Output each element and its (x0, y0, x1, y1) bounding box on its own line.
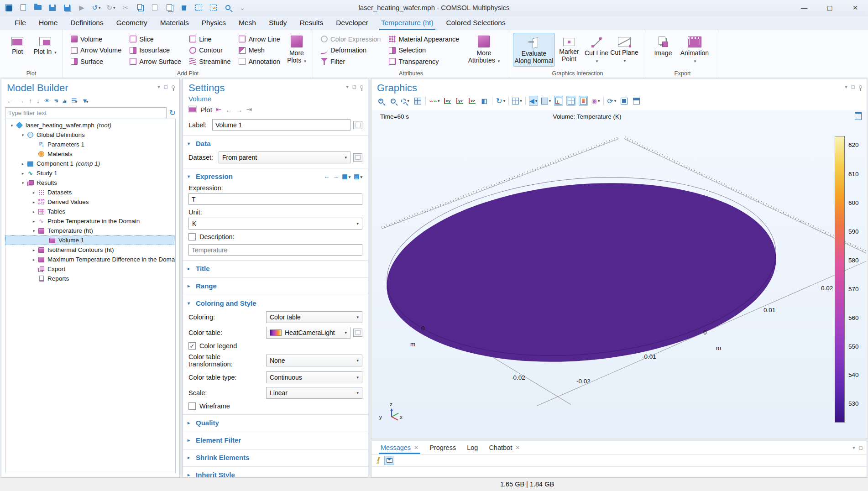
save-icon[interactable] (48, 4, 57, 12)
edit-color-table-icon[interactable] (353, 329, 362, 337)
tree-item-study[interactable]: ▸∿Study 1 (5, 168, 175, 178)
dataset-dropdown[interactable]: From parent▾ (219, 151, 350, 163)
plot-next-icon[interactable]: → (235, 106, 242, 114)
replace-expression-icon[interactable]: ▦▾ (342, 173, 350, 180)
snapshot-icon[interactable] (619, 96, 628, 106)
scale-dropdown[interactable]: Linear▾ (266, 387, 362, 399)
view-xz-icon[interactable]: xz (467, 96, 476, 106)
panel-menu-icon[interactable]: ▾ (845, 84, 847, 90)
panel-float-icon[interactable]: ◻ (352, 84, 356, 90)
go-to-source-icon[interactable] (353, 153, 362, 162)
plot-in-button[interactable]: Plot In ▾ (31, 33, 59, 67)
volume-button[interactable]: Volume (68, 34, 124, 44)
section-expression[interactable]: ▾Expression ← → ▦▾ ▤▾ (183, 169, 368, 183)
rename-icon[interactable] (353, 121, 362, 129)
evaluate-along-normal-button[interactable]: Evaluate Along Normal (513, 33, 555, 67)
refresh-icon[interactable]: ↻ (169, 108, 176, 118)
plot-button[interactable]: Plot (4, 33, 31, 67)
panel-pin-icon[interactable] (859, 85, 862, 89)
isosurface-button[interactable]: Isosurface (127, 45, 183, 56)
tab-geometry[interactable]: Geometry (110, 16, 154, 30)
close-button[interactable]: ✕ (842, 0, 868, 16)
tab-log[interactable]: Log (461, 441, 483, 454)
delete-icon[interactable] (180, 4, 188, 12)
tree-item-reports[interactable]: Reports (5, 274, 175, 283)
clear-messages-icon[interactable] (375, 457, 382, 464)
expression-prev-icon[interactable]: ← (324, 173, 329, 180)
section-data[interactable]: ▾Data (183, 136, 368, 150)
color-table-transformation-dropdown[interactable]: None▾ (266, 355, 362, 366)
panel-float-icon[interactable]: ◻ (164, 84, 168, 90)
contour-button[interactable]: Contour (187, 45, 233, 56)
description-input[interactable] (188, 244, 362, 256)
plot-image-icon[interactable] (855, 112, 862, 120)
toggle-grid-icon[interactable] (566, 96, 575, 106)
tree-item-temperature-ht[interactable]: ▾Temperature (ht) (5, 226, 175, 235)
new-file-icon[interactable] (19, 4, 27, 12)
toggle-axis-icon[interactable] (554, 96, 563, 106)
select-mode-icon[interactable]: ▾ (541, 96, 551, 106)
slice-button[interactable]: Slice (127, 34, 183, 44)
filter-button[interactable]: Filter (319, 56, 383, 67)
color-table-type-dropdown[interactable]: Continuous▾ (266, 371, 362, 383)
tree-filter-input[interactable] (5, 107, 167, 118)
plot-last-icon[interactable]: ⇥ (246, 105, 252, 114)
move-up-icon[interactable]: ↑ (29, 97, 32, 104)
description-checkbox[interactable] (188, 233, 196, 240)
tab-messages[interactable]: Messages✕ (375, 441, 424, 454)
deformation-button[interactable]: Deformation (319, 45, 383, 56)
image-button[interactable]: Image (650, 33, 676, 67)
section-quality[interactable]: ▸Quality (183, 416, 368, 429)
view-xy-icon[interactable]: xy (443, 96, 452, 106)
go-to-default-view-icon[interactable]: ⌁⌁▾ (429, 96, 439, 106)
panel-pin-icon[interactable] (360, 85, 363, 89)
cut-plane-button[interactable]: Cut Plane ▾ (610, 33, 639, 67)
tree-item-tables[interactable]: ▸Tables (5, 207, 175, 216)
panel-menu-icon[interactable]: ▾ (346, 84, 349, 90)
toggle-color-legend-icon[interactable] (579, 96, 588, 106)
transparency-toggle-icon[interactable]: ◀▾ (529, 96, 538, 106)
nav-forward-icon[interactable]: → (18, 97, 24, 104)
orthographic-projection-icon[interactable]: ◧ (480, 96, 489, 106)
tree-item-parameters[interactable]: PiParameters 1 (5, 140, 175, 149)
mesh-button[interactable]: Mesh (236, 45, 282, 56)
tab-home[interactable]: Home (32, 16, 64, 30)
tree-item-root[interactable]: ▾laser_heating_wafer.mph(root) (5, 120, 175, 130)
plot-first-icon[interactable]: ⇤ (216, 105, 222, 114)
tree-item-component[interactable]: ▸Component 1(comp 1) (5, 159, 175, 168)
zoom-extents-icon[interactable] (413, 96, 422, 106)
scene-light-icon[interactable]: ▾ (512, 96, 522, 106)
cut-line-button[interactable]: Cut Line ▾ (583, 33, 610, 67)
cut-icon[interactable]: ✂ (121, 4, 130, 12)
maximize-button[interactable]: ▢ (817, 0, 842, 16)
tab-study[interactable]: Study (262, 16, 293, 30)
more-plots-button[interactable]: More Plots ▾ (284, 33, 309, 67)
unit-combo[interactable]: K▾ (188, 218, 362, 230)
arrow-volume-button[interactable]: Arrow Volume (68, 45, 124, 56)
color-table-dropdown[interactable]: HeatCameraLight▾ (266, 327, 350, 339)
settings-plot-button[interactable]: Plot (200, 106, 212, 114)
marker-point-button[interactable]: Marker Point (555, 33, 583, 67)
collapse-all-icon[interactable]: ⫧▾ (54, 97, 58, 104)
undo-icon[interactable]: ↺▾ (92, 4, 100, 12)
customize-toolbar-icon[interactable]: ⌄ (238, 4, 246, 12)
arrow-surface-button[interactable]: Arrow Surface (127, 56, 183, 67)
minimize-button[interactable]: — (791, 0, 817, 16)
duplicate-icon[interactable] (165, 4, 173, 12)
color-expression-button[interactable]: Color Expression (319, 34, 383, 44)
rotate-view-icon[interactable]: ↻▾ (496, 96, 505, 106)
section-coloring-and-style[interactable]: ▾Coloring and Style (183, 296, 368, 309)
section-range[interactable]: ▸Range (183, 279, 368, 292)
tab-definitions[interactable]: Definitions (64, 16, 110, 30)
print-icon[interactable] (632, 96, 641, 106)
more-attributes-button[interactable]: More Attributes ▾ (463, 33, 504, 67)
color-legend-checkbox[interactable]: ✓ (188, 342, 196, 350)
tab-temperature-ht[interactable]: Temperature (ht) (375, 16, 440, 30)
tree-item-volume-1[interactable]: Volume 1 (5, 235, 175, 245)
close-tab-icon[interactable]: ✕ (414, 444, 418, 451)
tree-filter-icon[interactable]: ▼▾ (82, 97, 88, 104)
wireframe-checkbox[interactable] (188, 402, 196, 410)
arrow-line-button[interactable]: Arrow Line (236, 34, 282, 44)
tree-item-datasets[interactable]: ▸Datasets (5, 188, 175, 197)
tab-materials[interactable]: Materials (154, 16, 195, 30)
